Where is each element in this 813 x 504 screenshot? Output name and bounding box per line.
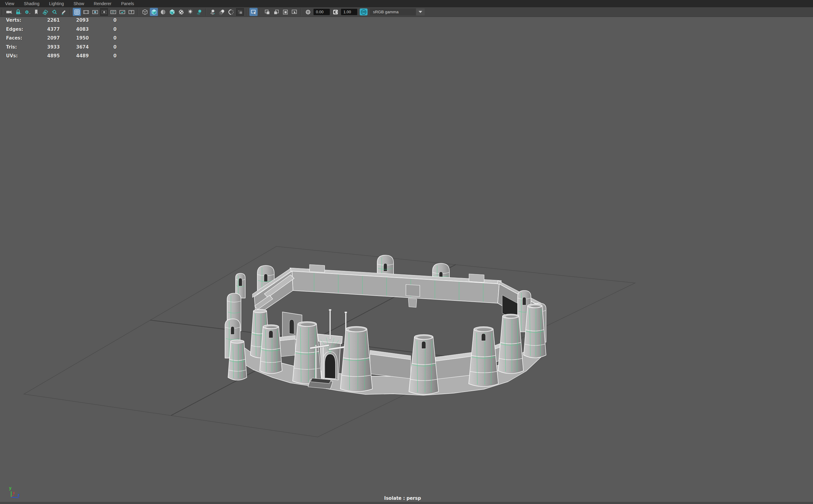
field-chart-button[interactable] — [109, 8, 117, 16]
pane-inset-icon — [282, 9, 289, 15]
depth-of-field-button[interactable] — [236, 8, 244, 16]
colorspace-value: sRGB gamma — [370, 8, 416, 15]
gate-mask-button[interactable] — [100, 8, 108, 16]
ambient-occlusion-icon — [210, 9, 216, 15]
menu-view[interactable]: View — [0, 0, 19, 7]
wireframe-on-shaded-icon — [160, 9, 166, 15]
safe-title-button[interactable]: T — [127, 8, 135, 16]
gate-mask-icon — [101, 9, 108, 15]
camera-attributes-button[interactable] — [23, 8, 31, 16]
chevron-down-icon — [419, 11, 422, 13]
film-gate-icon — [83, 9, 89, 15]
tear-off-icon — [291, 9, 298, 15]
pane-single-icon — [264, 9, 271, 15]
motion-blur-button[interactable] — [218, 8, 226, 16]
wireframe-cube-icon — [142, 9, 148, 15]
exposure-aperture-icon — [305, 9, 311, 15]
toolbar-separator — [260, 8, 261, 16]
toolbar-separator — [206, 8, 206, 16]
menu-renderer[interactable]: Renderer — [89, 0, 116, 7]
gamma-input[interactable] — [341, 9, 357, 15]
bookmark-icon — [33, 9, 40, 15]
use-all-lights-button[interactable] — [186, 8, 194, 16]
select-camera-button[interactable] — [5, 8, 13, 16]
camera-icon — [6, 9, 12, 15]
light-bulb-icon — [187, 9, 194, 15]
lock-icon — [15, 9, 21, 15]
menu-panels[interactable]: Panels — [116, 0, 139, 7]
toolbar-grip[interactable] — [2, 9, 3, 15]
window-bottom-edge — [0, 502, 813, 504]
panel-toolbar: T ON sRGB gamma — [0, 7, 813, 17]
viewport-canvas[interactable] — [0, 17, 813, 504]
color-management-toggle-label: ON — [361, 9, 366, 15]
hud-row-tris: Tris:393336740 — [6, 43, 117, 52]
resolution-gate-button[interactable] — [91, 8, 99, 16]
use-default-material-button[interactable] — [177, 8, 185, 16]
colorspace-dropdown[interactable]: sRGB gamma — [370, 8, 425, 15]
safe-action-icon — [119, 9, 126, 15]
axis-z-label: z — [18, 493, 20, 497]
gear-icon — [24, 9, 31, 15]
pan-zoom-icon — [51, 9, 58, 15]
pan-zoom-button[interactable] — [50, 8, 58, 16]
tear-off-panel-button[interactable] — [290, 8, 298, 16]
ambient-occlusion-button[interactable] — [209, 8, 217, 16]
wireframe-mode-button[interactable] — [141, 8, 149, 16]
colorspace-dropdown-arrow[interactable] — [416, 8, 425, 15]
image-plane-button[interactable] — [41, 8, 49, 16]
toolbar-separator — [246, 8, 247, 16]
menu-lighting[interactable]: Lighting — [44, 0, 69, 7]
checker-sphere-icon — [178, 9, 185, 15]
toolbar-separator — [138, 8, 138, 16]
depth-of-field-icon — [237, 9, 243, 15]
image-plane-icon — [42, 9, 49, 15]
hud-row-uvs: UVs:489544890 — [6, 52, 117, 61]
hud-row-faces: Faces:209719500 — [6, 34, 117, 43]
hud-row-verts: Verts:226120930 — [6, 16, 117, 25]
film-gate-button[interactable] — [82, 8, 90, 16]
grid-toggle-button[interactable] — [73, 8, 81, 16]
exposure-input[interactable] — [313, 9, 330, 15]
axis-x-label: x — [13, 491, 15, 495]
shaded-cube-icon — [151, 9, 157, 15]
contrast-icon — [332, 9, 339, 15]
grease-pencil-icon — [60, 9, 67, 15]
pane-layout-double-button[interactable] — [272, 8, 280, 16]
hud-row-edges: Edges:437740830 — [6, 25, 117, 34]
shadows-icon — [196, 9, 203, 15]
isolate-status-label: Isolate : persp — [384, 496, 421, 501]
textured-mode-button[interactable] — [168, 8, 176, 16]
shaded-mode-button[interactable] — [150, 8, 158, 16]
pane-layout-inset-button[interactable] — [281, 8, 289, 16]
menu-show[interactable]: Show — [69, 0, 89, 7]
toolbar-separator — [70, 8, 70, 16]
grease-pencil-button[interactable] — [59, 8, 67, 16]
resolution-gate-icon — [92, 9, 98, 15]
shadows-toggle-button[interactable] — [195, 8, 203, 16]
field-chart-icon — [110, 9, 117, 15]
svg-text:T: T — [130, 10, 132, 14]
exposure-button[interactable] — [304, 8, 312, 16]
axis-x-line — [11, 495, 14, 497]
axis-gizmo: y x z — [0, 483, 33, 504]
panel-menubar: View Shading Lighting Show Renderer Pane… — [0, 0, 813, 7]
toolbar-separator — [301, 8, 301, 16]
safe-title-icon: T — [128, 9, 135, 15]
pane-layout-single-button[interactable] — [263, 8, 271, 16]
motion-blur-icon — [219, 9, 225, 15]
bookmark-button[interactable] — [32, 8, 40, 16]
isolate-select-button[interactable] — [249, 8, 258, 16]
wireframe-on-shaded-button[interactable] — [159, 8, 167, 16]
viewport-persp[interactable]: Verts:226120930 Edges:437740830 Faces:20… — [0, 17, 813, 504]
anti-aliasing-button[interactable] — [227, 8, 235, 16]
lock-camera-button[interactable] — [14, 8, 22, 16]
castle-model[interactable] — [225, 255, 546, 395]
hud-poly-count: Verts:226120930 Edges:437740830 Faces:20… — [6, 16, 117, 61]
menu-shading[interactable]: Shading — [19, 0, 44, 7]
color-management-toggle[interactable]: ON — [360, 8, 368, 15]
safe-action-button[interactable] — [118, 8, 126, 16]
contrast-button[interactable] — [331, 8, 339, 16]
pane-double-icon — [273, 9, 280, 15]
axis-y-label: y — [9, 486, 11, 490]
